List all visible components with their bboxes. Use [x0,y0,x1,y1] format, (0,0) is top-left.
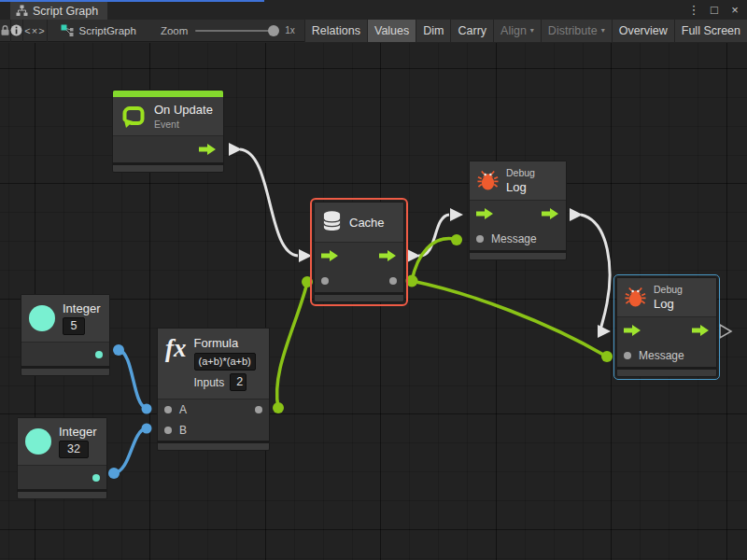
flow-input-port[interactable] [624,325,641,336]
integer-type-icon [29,305,55,331]
node-title: Integer [63,301,100,315]
node-footer [113,162,223,172]
value-wire-endpoint [142,404,152,414]
event-accent-bar [113,91,223,97]
unity-script-graph-window: Script Graph ⋮ □ × <×> [0,0,747,560]
flow-output-port[interactable] [199,144,217,155]
port-label: A [179,403,187,416]
node-title: On Update [154,103,213,117]
value-wire-endpoint [113,344,124,356]
value-output-port[interactable] [92,474,100,482]
node-category: Debug [506,167,535,178]
flow-wire-end-arrow [450,208,463,221]
value-output-port[interactable] [389,277,397,285]
flow-wire-start-arrow [229,143,242,156]
node-title: Integer [59,425,96,439]
port-a-input[interactable] [164,406,172,413]
flow-wire-end-arrow [299,249,312,262]
database-icon [322,210,342,234]
value-wire-endpoint [601,351,613,362]
flow-output-port[interactable] [379,250,397,261]
flow-wire-end-arrow [598,325,611,338]
flow-input-port[interactable] [476,208,494,219]
node-category: Debug [654,284,683,295]
node-footer [315,292,403,301]
node-footer [470,250,566,259]
node-title: Log [506,180,535,194]
value-wire-endpoint [406,275,418,287]
port-label: Message [639,349,684,362]
wire-cache-to-debuglog1-message[interactable] [412,238,455,281]
node-footer [18,489,106,498]
inputs-count-field[interactable]: 2 [230,373,247,391]
node-on-update[interactable]: On Update Event [112,90,224,173]
node-subtitle: Event [154,119,213,130]
wire-integer32-to-formula-b[interactable] [114,428,146,473]
wire-cache-to-debuglog2-message[interactable] [412,281,605,356]
node-formula[interactable]: fx Formula (a+b)*(a+b) Inputs 2 A B [157,328,270,451]
integer-value-field[interactable]: 5 [63,317,85,335]
node-footer [158,441,269,450]
on-update-event-icon [120,104,147,130]
formula-expression-field[interactable]: (a+b)*(a+b) [194,353,256,371]
bug-icon [625,287,646,308]
node-title: Cache [349,216,385,230]
port-label: Message [491,232,537,245]
node-integer-top[interactable]: Integer 5 [21,294,110,376]
wire-debuglog1-to-debuglog2[interactable] [581,215,610,330]
flow-input-port[interactable] [321,250,339,261]
bug-icon [477,170,499,191]
node-integer-bottom[interactable]: Integer 32 [17,417,107,499]
flow-wire-start-arrow [570,208,583,221]
message-input-port[interactable] [476,235,484,243]
node-cache[interactable]: Cache [314,202,404,302]
node-debug-log-bottom[interactable]: Debug Log Message [616,277,717,377]
flow-output-port[interactable] [692,325,710,336]
value-output-port[interactable] [95,351,103,358]
node-footer [21,366,109,375]
port-label: B [179,424,187,437]
value-wire-endpoint [108,468,120,479]
inputs-label: Inputs [194,376,225,389]
node-debug-log-top[interactable]: Debug Log Message [469,161,567,260]
wire-cache-to-debuglog1[interactable] [418,215,449,256]
node-footer [617,367,716,376]
value-wire-endpoint [273,402,284,413]
integer-type-icon [25,428,51,455]
wire-integer5-to-formula-a[interactable] [119,350,146,408]
flow-continuation-arrow [720,325,731,338]
node-title: Formula [194,336,256,350]
flow-output-port[interactable] [542,208,559,219]
port-b-input[interactable] [164,427,172,434]
node-title: Log [654,297,683,311]
message-input-port[interactable] [624,352,631,359]
value-wire-endpoint [302,276,313,287]
integer-value-field[interactable]: 32 [59,441,89,458]
value-input-port[interactable] [321,277,329,285]
wire-onupdate-to-cache[interactable] [240,149,298,256]
value-wire-endpoint [142,424,152,434]
value-wire-endpoint [451,234,462,245]
formula-fx-icon: fx [165,336,187,361]
value-output-port[interactable] [255,406,262,413]
wire-formula-to-cache[interactable] [277,283,307,408]
